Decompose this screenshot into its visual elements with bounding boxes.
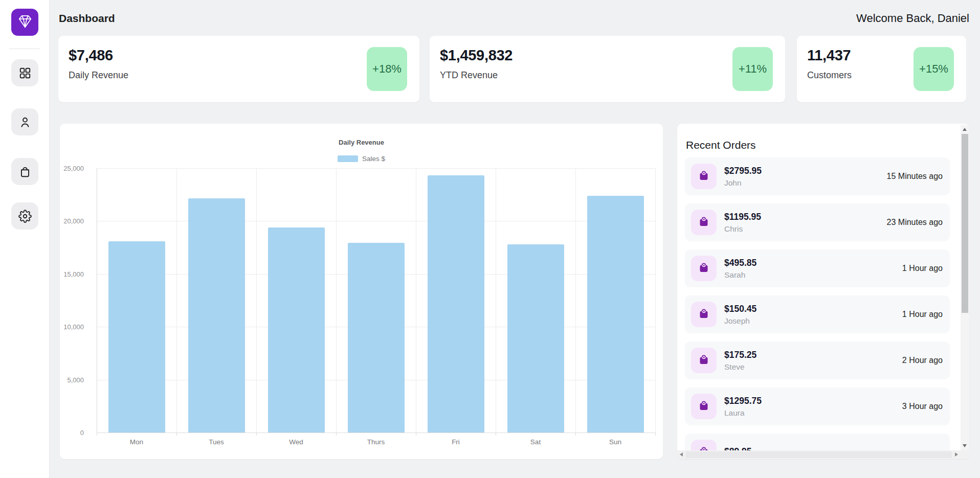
user-icon [18,116,32,129]
recent-orders-title: Recent Orders [686,139,756,151]
gridline-vertical [575,168,576,433]
gridline-vertical [655,168,656,433]
order-customer-name: Laura [724,408,762,418]
stat-card-customers: 11,437 Customers +15% [797,36,966,102]
order-time: 1 Hour ago [902,264,943,273]
order-icon-tile [691,394,717,419]
vertical-scrollbar-thumb[interactable] [962,134,968,313]
x-axis-tick-label: Mon [130,438,143,446]
chart-bar [268,227,325,433]
gridline-vertical [416,168,416,433]
order-text: $495.85 Sarah [724,258,756,280]
order-row[interactable]: $175.25 Steve 2 Hour ago [685,342,950,379]
bag-icon [698,353,710,368]
order-customer-name: Steve [724,362,756,372]
order-text: $1195.95 Chris [724,212,761,234]
gridline-vertical [256,168,257,433]
gridline-horizontal [97,168,655,169]
recent-orders-panel: Recent Orders $2795.95 John 15 Minutes a… [677,124,969,459]
order-amount: $150.45 [724,304,756,314]
x-axis-tick-label: Sat [530,438,541,446]
trend-badge: +18% [367,47,407,91]
order-amount: $495.85 [724,258,756,268]
bag-icon [698,215,710,230]
order-icon-tile [691,164,717,189]
chart-bar [428,175,484,433]
order-row[interactable]: $1295.75 Laura 3 Hour ago [685,388,950,425]
order-text: $175.25 Steve [724,350,756,372]
app-logo[interactable] [11,9,38,36]
shopping-bag-icon [18,165,32,178]
sidebar-item-dashboard[interactable] [11,59,38,86]
stat-label: Customers [807,70,852,81]
order-icon-tile [691,256,717,281]
gridline-vertical [176,168,177,433]
order-time: 15 Minutes ago [887,172,943,181]
order-text: $150.45 Joseph [724,304,756,326]
order-text: $1295.75 Laura [724,396,762,418]
chart-bar [507,244,564,433]
daily-revenue-chart-card: Daily Revenue Sales $ 25,00020,00015,000… [60,124,663,459]
order-icon-tile [691,210,717,235]
gridline-horizontal [97,221,655,221]
sidebar-item-settings[interactable] [11,202,38,230]
x-axis-line [97,433,655,433]
order-amount: $2795.95 [724,166,762,176]
chart-title: Daily Revenue [60,139,663,146]
order-customer-name: Chris [724,224,761,234]
y-axis-tick-label: 20,000 [63,217,84,225]
order-time: 2 Hour ago [902,356,943,365]
bag-icon [698,261,710,276]
legend-label: Sales $ [362,155,385,163]
chart-plot-area: 25,00020,00015,00010,0005,0000MonTuesWed… [97,168,655,433]
x-axis-tick [655,433,656,436]
gridline-vertical [336,168,337,433]
order-amount: $1195.95 [724,212,761,222]
x-axis-tick-label: Wed [289,438,303,446]
sidebar-item-orders[interactable] [11,158,38,185]
order-row[interactable]: $150.45 Joseph 1 Hour ago [685,295,950,333]
stat-label: Daily Revenue [69,70,128,81]
bag-icon [698,399,710,414]
gem-icon [17,14,33,31]
order-icon-tile [691,348,717,373]
scrollbar-corner [961,450,969,459]
y-axis-tick-label: 25,000 [63,165,84,172]
order-row[interactable]: $495.85 Sarah 1 Hour ago [685,249,950,287]
horizontal-scrollbar[interactable] [677,450,961,459]
orders-list: $2795.95 John 15 Minutes ago $1195.95 Ch… [685,157,950,459]
order-customer-name: John [724,178,762,188]
stat-card-daily-revenue: $7,486 Daily Revenue +18% [58,36,419,102]
y-axis-tick-label: 10,000 [63,323,84,331]
order-customer-name: Joseph [724,316,756,326]
chart-legend: Sales $ [60,155,663,163]
scroll-down-arrow[interactable] [963,444,967,447]
scroll-right-arrow[interactable] [955,452,958,457]
order-amount: $1295.75 [724,396,762,406]
stat-value: $1,459,832 [440,47,513,64]
trend-badge: +11% [732,47,773,91]
sidebar-divider [9,49,40,49]
bag-icon [698,307,710,322]
y-axis-tick-label: 15,000 [63,270,84,278]
scroll-up-arrow[interactable] [963,128,967,131]
chart-bar [587,196,644,433]
order-time: 1 Hour ago [902,310,943,319]
chart-bar [108,241,165,433]
chart-bar [188,198,245,433]
order-amount: $175.25 [724,350,756,360]
x-axis-tick-label: Tues [209,438,224,446]
horizontal-scrollbar-thumb[interactable] [686,451,952,458]
vertical-scrollbar[interactable] [961,125,969,450]
stat-value: $7,486 [69,47,113,64]
order-row[interactable]: $2795.95 John 15 Minutes ago [685,157,950,195]
order-row[interactable]: $1195.95 Chris 23 Minutes ago [685,203,950,241]
order-time: 23 Minutes ago [887,218,943,227]
order-text: $2795.95 John [724,166,762,188]
sidebar-item-customers[interactable] [11,108,38,135]
order-time: 3 Hour ago [902,402,943,411]
scroll-left-arrow[interactable] [680,452,683,457]
gridline-vertical [496,168,496,433]
order-icon-tile [691,302,717,327]
chart-bar [348,243,405,433]
